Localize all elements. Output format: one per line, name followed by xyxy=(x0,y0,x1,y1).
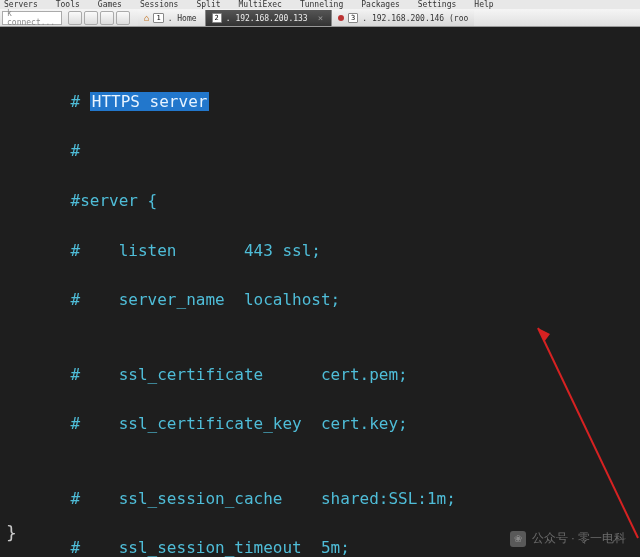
fold-brace-icon: } xyxy=(6,522,17,543)
watermark: ❀ 公众号 · 零一电科 xyxy=(510,530,626,547)
code-line: # listen 443 ssl; xyxy=(32,239,640,264)
tab-label: . Home xyxy=(168,14,197,23)
code-line: # HTTPS server xyxy=(32,90,640,115)
wechat-icon: ❀ xyxy=(510,531,526,547)
toolbar-icons xyxy=(68,11,130,25)
tab-label: . 192.168.200.133 xyxy=(226,14,308,23)
menu-bar: Servers Tools Games Sessions Split Multi… xyxy=(0,0,640,9)
quick-connect-input[interactable]: k connect... xyxy=(2,11,62,25)
tab-home[interactable]: ⌂ 1 . Home xyxy=(138,10,206,26)
tab-session[interactable]: 3 . 192.168.200.146 (roo xyxy=(332,10,474,26)
menu-item[interactable]: MultiExec xyxy=(239,0,282,9)
code-line: # ssl_certificate cert.pem; xyxy=(32,363,640,388)
menu-item[interactable]: Split xyxy=(196,0,220,9)
menu-item[interactable]: Packages xyxy=(361,0,400,9)
toolbar-button[interactable] xyxy=(84,11,98,25)
toolbar-button[interactable] xyxy=(68,11,82,25)
terminal-editor[interactable]: # HTTPS server # #server { # listen 443 … xyxy=(0,27,640,557)
session-tabs: ⌂ 1 . Home 2 . 192.168.200.133 × 3 . 192… xyxy=(138,9,640,26)
top-bar: k connect... ⌂ 1 . Home 2 . 192.168.200.… xyxy=(0,9,640,27)
tab-number: 1 xyxy=(153,13,163,23)
menu-item[interactable]: Tools xyxy=(56,0,80,9)
highlighted-text: HTTPS server xyxy=(90,92,210,111)
tab-number: 2 xyxy=(212,13,222,23)
code-line: # ssl_certificate_key cert.key; xyxy=(32,412,640,437)
menu-item[interactable]: Sessions xyxy=(140,0,179,9)
tab-session-active[interactable]: 2 . 192.168.200.133 × xyxy=(206,10,333,26)
code-line: # xyxy=(32,139,640,164)
code-line: # server_name localhost; xyxy=(32,288,640,313)
menu-item[interactable]: Tunneling xyxy=(300,0,343,9)
close-icon[interactable]: × xyxy=(318,13,323,23)
menu-item[interactable]: Help xyxy=(474,0,493,9)
code-line: # ssl_session_cache shared:SSL:1m; xyxy=(32,487,640,512)
toolbar-button[interactable] xyxy=(100,11,114,25)
menu-item[interactable]: Settings xyxy=(418,0,457,9)
code-line: #server { xyxy=(32,189,640,214)
watermark-text: 公众号 · 零一电科 xyxy=(532,530,626,547)
tab-label: . 192.168.200.146 (roo xyxy=(362,14,468,23)
status-dot-icon xyxy=(338,15,344,21)
toolbar-button[interactable] xyxy=(116,11,130,25)
menu-item[interactable]: Games xyxy=(98,0,122,9)
home-icon: ⌂ xyxy=(144,13,149,23)
tab-number: 3 xyxy=(348,13,358,23)
